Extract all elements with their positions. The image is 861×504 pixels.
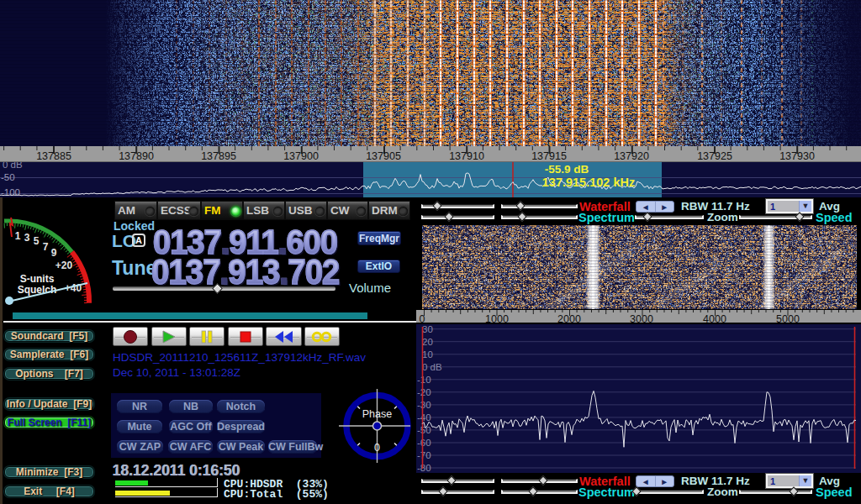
svg-text:-80: -80 [417, 463, 431, 473]
svg-text:30: 30 [422, 324, 433, 334]
svg-text:-60: -60 [417, 438, 431, 448]
svg-text:-40: -40 [417, 412, 431, 423]
svg-text:-30: -30 [417, 400, 431, 410]
svg-text:-10: -10 [417, 375, 431, 385]
svg-text:0 dB: 0 dB [422, 362, 442, 372]
svg-text:20: 20 [422, 337, 433, 347]
svg-text:-20: -20 [417, 387, 431, 397]
svg-text:-70: -70 [417, 450, 431, 460]
svg-text:10: 10 [422, 349, 433, 360]
svg-text:-50: -50 [417, 425, 431, 435]
